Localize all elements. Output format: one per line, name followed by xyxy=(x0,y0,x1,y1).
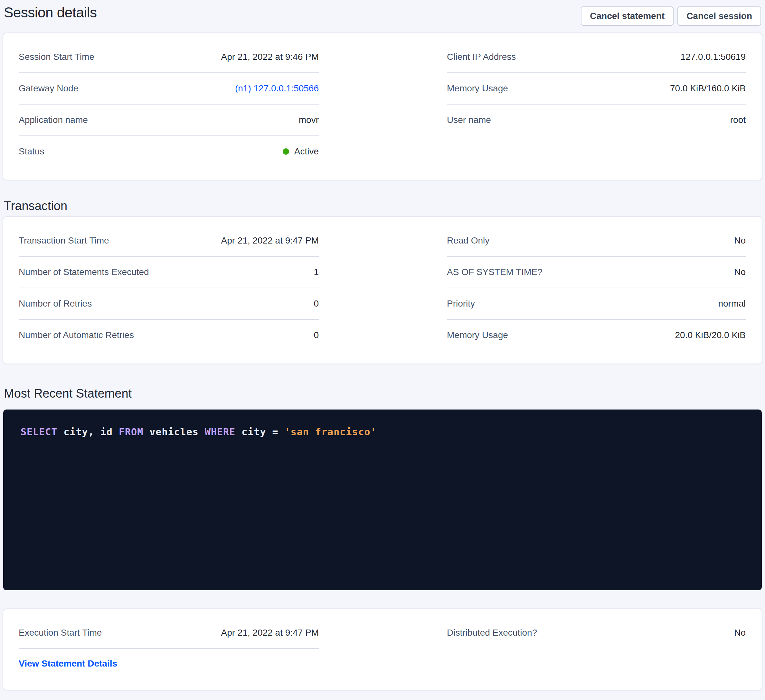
gateway-node-row: Gateway Node (n1) 127.0.0.1:50566 xyxy=(19,73,319,105)
sql-statement-box: SELECT city, id FROM vehicles WHERE city… xyxy=(3,410,762,590)
sql-statement: SELECT city, id FROM vehicles WHERE city… xyxy=(20,425,745,439)
row-value: No xyxy=(734,266,746,278)
transaction-memory-usage-row: Memory Usage 20.0 KiB/20.0 KiB xyxy=(447,320,746,351)
sql-text: vehicles xyxy=(143,426,205,438)
row-value: Apr 21, 2022 at 9:46 PM xyxy=(221,51,319,63)
transaction-section-title: Transaction xyxy=(4,198,761,213)
row-value: movr xyxy=(299,114,319,126)
execution-start-time-row: Execution Start Time Apr 21, 2022 at 9:4… xyxy=(19,617,319,649)
sql-text: city = xyxy=(235,426,285,438)
status-active-dot-icon xyxy=(283,148,289,155)
number-of-retries-row: Number of Retries 0 xyxy=(19,288,319,320)
row-label: Distributed Execution? xyxy=(447,627,537,639)
session-details-card: Session Start Time Apr 21, 2022 at 9:46 … xyxy=(3,33,762,180)
session-card-left-column: Session Start Time Apr 21, 2022 at 9:46 … xyxy=(19,41,319,167)
sql-keyword: FROM xyxy=(119,426,143,438)
row-value: No xyxy=(734,235,746,246)
row-label: Number of Retries xyxy=(19,298,92,309)
sql-string: 'san francisco' xyxy=(285,426,377,438)
priority-row: Priority normal xyxy=(447,288,746,320)
transaction-card-right-column: Read Only No AS OF SYSTEM TIME? No Prior… xyxy=(447,225,746,351)
row-value: Apr 21, 2022 at 9:47 PM xyxy=(221,627,319,639)
row-label: Number of Statements Executed xyxy=(19,266,149,278)
row-value: 20.0 KiB/20.0 KiB xyxy=(675,330,746,341)
row-value: normal xyxy=(718,298,746,309)
row-label: Client IP Address xyxy=(447,51,516,63)
status-text: Active xyxy=(294,146,319,157)
view-statement-details-row: View Statement Details xyxy=(19,649,319,669)
row-value: 0 xyxy=(313,298,319,309)
distributed-execution-row: Distributed Execution? No xyxy=(447,617,746,648)
cancel-statement-button[interactable]: Cancel statement xyxy=(581,6,674,26)
row-value: 127.0.0.1:50619 xyxy=(681,51,746,63)
view-statement-details-link[interactable]: View Statement Details xyxy=(19,659,117,669)
row-label: Status xyxy=(19,146,44,157)
row-label: Execution Start Time xyxy=(19,627,102,639)
row-value: 0 xyxy=(313,330,319,341)
user-name-row: User name root xyxy=(447,105,746,135)
row-label: Memory Usage xyxy=(447,83,508,94)
execution-card: Execution Start Time Apr 21, 2022 at 9:4… xyxy=(3,609,762,690)
row-label: Priority xyxy=(447,298,475,309)
row-label: Read Only xyxy=(447,235,490,246)
row-label: Session Start Time xyxy=(19,51,94,63)
row-value: Apr 21, 2022 at 9:47 PM xyxy=(221,235,319,246)
cancel-session-button[interactable]: Cancel session xyxy=(677,6,761,26)
row-label: AS OF SYSTEM TIME? xyxy=(447,266,543,278)
transaction-start-time-row: Transaction Start Time Apr 21, 2022 at 9… xyxy=(19,225,319,257)
row-value: No xyxy=(734,627,746,639)
page-header: Session details Cancel statement Cancel … xyxy=(0,0,765,33)
row-label: Memory Usage xyxy=(447,330,508,341)
transaction-card: Transaction Start Time Apr 21, 2022 at 9… xyxy=(3,217,762,364)
row-label: User name xyxy=(447,114,491,126)
status-badge: Active xyxy=(283,146,319,157)
row-label: Gateway Node xyxy=(19,83,78,94)
page-title: Session details xyxy=(4,5,97,20)
statement-section-title: Most Recent Statement xyxy=(4,386,761,401)
automatic-retries-row: Number of Automatic Retries 0 xyxy=(19,320,319,351)
row-value: 1 xyxy=(313,266,319,278)
row-label: Number of Automatic Retries xyxy=(19,330,134,341)
status-row: Status Active xyxy=(19,136,319,167)
row-label: Transaction Start Time xyxy=(19,235,109,246)
row-value: root xyxy=(730,114,746,126)
sql-keyword: SELECT xyxy=(20,426,57,438)
sql-keyword: WHERE xyxy=(205,426,235,438)
header-actions: Cancel statement Cancel session xyxy=(581,5,761,26)
as-of-system-time-row: AS OF SYSTEM TIME? No xyxy=(447,257,746,288)
row-label: Application name xyxy=(19,114,88,126)
transaction-card-left-column: Transaction Start Time Apr 21, 2022 at 9… xyxy=(19,225,319,351)
statements-executed-row: Number of Statements Executed 1 xyxy=(19,257,319,288)
application-name-row: Application name movr xyxy=(19,105,319,136)
session-card-right-column: Client IP Address 127.0.0.1:50619 Memory… xyxy=(447,41,746,167)
row-value: 70.0 KiB/160.0 KiB xyxy=(670,83,746,94)
session-start-time-row: Session Start Time Apr 21, 2022 at 9:46 … xyxy=(19,41,319,73)
sql-text: city, id xyxy=(57,426,119,438)
gateway-node-link[interactable]: (n1) 127.0.0.1:50566 xyxy=(235,83,319,94)
session-memory-usage-row: Memory Usage 70.0 KiB/160.0 KiB xyxy=(447,73,746,105)
execution-card-left-column: Execution Start Time Apr 21, 2022 at 9:4… xyxy=(19,617,319,669)
execution-card-right-column: Distributed Execution? No xyxy=(447,617,746,669)
read-only-row: Read Only No xyxy=(447,225,746,257)
client-ip-row: Client IP Address 127.0.0.1:50619 xyxy=(447,41,746,73)
